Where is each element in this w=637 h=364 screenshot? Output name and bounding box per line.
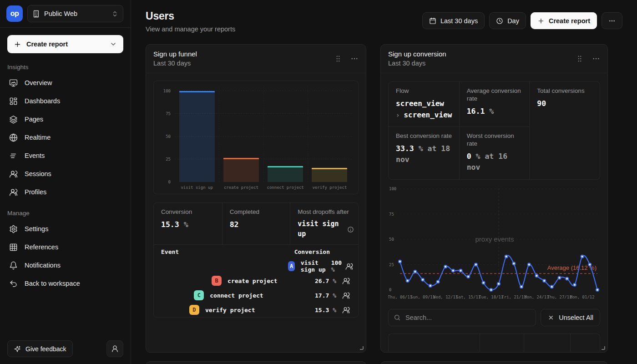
date-range-label: Last 30 days xyxy=(440,17,478,25)
event-row-b[interactable]: Bcreate project26.7 % xyxy=(154,273,358,288)
svg-text:Thu, 27/11: Thu, 27/11 xyxy=(547,295,571,299)
sidebar-item-back-to-workspace[interactable]: Back to workspace xyxy=(7,274,123,293)
card-subtitle: Last 30 days xyxy=(153,60,197,67)
app-logo[interactable]: op xyxy=(6,5,23,22)
stat-best-conversion: Best conversion rate 33.3 % at 18 nov xyxy=(389,126,459,179)
stat-label: Conversion xyxy=(161,208,216,216)
main-content: Users View and manage your reports Last … xyxy=(131,0,637,364)
card-menu-icon[interactable] xyxy=(592,55,600,63)
more-actions-button[interactable] xyxy=(602,12,622,29)
card-title[interactable]: Sign up funnel xyxy=(153,50,197,58)
funnel-bar-1[interactable] xyxy=(179,91,215,182)
sidebar-item-sessions[interactable]: Sessions xyxy=(7,165,123,183)
table-cell xyxy=(524,334,570,352)
conversion-column-header: Conversion xyxy=(294,248,330,255)
stat-label: Flow xyxy=(396,87,453,95)
chevrons-up-down-icon xyxy=(111,10,118,17)
sidebar-item-dashboards[interactable]: Dashboards xyxy=(7,92,123,110)
search-field[interactable] xyxy=(388,309,536,326)
event-name: visit sign up xyxy=(301,259,331,273)
funnel-stats-row: Conversion 15.3 % Completed 82 Most drop… xyxy=(154,203,358,245)
sidebar-item-settings[interactable]: Settings xyxy=(7,220,123,238)
settings-icon xyxy=(9,225,18,233)
info-icon[interactable] xyxy=(347,226,354,233)
card-title[interactable]: Sign up conversion xyxy=(388,50,446,58)
x-category-label: connect project xyxy=(267,185,303,190)
event-row-a[interactable]: Avisit sign up100 % xyxy=(154,259,358,273)
sidebar-item-pages[interactable]: Pages xyxy=(7,110,123,128)
sidebar-item-notifications[interactable]: Notifications xyxy=(7,256,123,274)
event-badge: B xyxy=(212,276,222,286)
plus-icon xyxy=(537,17,545,25)
give-feedback-label: Give feedback xyxy=(25,345,66,353)
sidebar-item-label: Profiles xyxy=(25,188,46,196)
card-resize-handle[interactable] xyxy=(360,346,364,350)
users-cell[interactable] xyxy=(336,292,355,299)
table-cell xyxy=(389,334,480,352)
drag-handle-icon[interactable] xyxy=(576,55,584,63)
sidebar-item-label: Dashboards xyxy=(25,97,60,105)
user-menu-button[interactable] xyxy=(106,340,123,357)
sidebar-section-label: Insights xyxy=(7,64,123,71)
event-name: verify project xyxy=(205,307,255,313)
card-menu-icon[interactable] xyxy=(350,55,359,63)
svg-text:Fri, 21/11: Fri, 21/11 xyxy=(501,295,526,299)
sidebar-create-report-button[interactable]: Create report xyxy=(7,35,123,53)
date-range-button[interactable]: Last 30 days xyxy=(422,12,485,29)
sidebar-item-profiles[interactable]: Profiles xyxy=(7,183,123,201)
workspace-selector[interactable]: Public Web xyxy=(27,5,123,22)
users-cell[interactable] xyxy=(336,277,355,285)
stat-worst-conversion: Worst conversion rate 0 % at 16 nov xyxy=(459,126,530,179)
card-resize-handle[interactable] xyxy=(602,346,605,350)
stat-completed: Completed 82 xyxy=(222,203,290,244)
give-feedback-button[interactable]: Give feedback xyxy=(7,340,73,357)
workspace-name: Public Web xyxy=(44,10,107,17)
unselect-all-button[interactable]: Unselect All xyxy=(541,309,600,326)
interval-button[interactable]: Day xyxy=(489,12,526,29)
sidebar-item-label: Notifications xyxy=(25,262,61,269)
sidebar-item-references[interactable]: References xyxy=(7,238,123,256)
create-report-label: Create report xyxy=(26,40,68,48)
user-icon xyxy=(111,345,119,353)
funnel-bar-4[interactable] xyxy=(312,168,347,182)
stat-label: Completed xyxy=(230,208,284,216)
x-icon xyxy=(547,314,555,321)
svg-text:Mon, 01/12: Mon, 01/12 xyxy=(570,295,595,299)
users-cell[interactable] xyxy=(343,263,355,270)
card-clipped xyxy=(146,361,366,364)
stat-suffix: % at 16 nov xyxy=(467,152,507,172)
plus-icon xyxy=(14,40,21,48)
unselect-all-label: Unselect All xyxy=(559,314,593,321)
references-icon xyxy=(9,243,18,252)
sidebar-item-events[interactable]: Events xyxy=(7,147,123,165)
gridline xyxy=(219,86,219,182)
svg-text:Sun, 09/11: Sun, 09/11 xyxy=(410,295,435,299)
event-row-d[interactable]: Dverify project15.3 % xyxy=(154,303,358,317)
sidebar-item-overview[interactable]: Overview xyxy=(7,74,123,92)
users-cell[interactable] xyxy=(336,306,355,314)
funnel-bar-2[interactable] xyxy=(223,158,259,182)
svg-text:50: 50 xyxy=(389,237,394,242)
page-subtitle: View and manage your reports xyxy=(146,25,235,33)
gridline xyxy=(263,86,264,182)
create-report-button[interactable]: Create report xyxy=(531,12,597,29)
chevron-down-icon[interactable] xyxy=(110,40,117,48)
funnel-bar-3[interactable] xyxy=(268,166,303,182)
event-row-c[interactable]: Cconnect project17.7 % xyxy=(154,288,358,303)
sidebar: op Public Web Create report InsightsOver… xyxy=(0,0,131,364)
sidebar-item-label: Realtime xyxy=(25,134,51,141)
svg-text:Sat, 15/11: Sat, 15/11 xyxy=(456,295,480,299)
sidebar-item-label: References xyxy=(25,243,58,251)
search-input[interactable] xyxy=(405,314,531,321)
sidebar-item-realtime[interactable]: Realtime xyxy=(7,128,123,147)
stat-conversion: Conversion 15.3 % xyxy=(154,203,222,244)
sidebar-nav: InsightsOverviewDashboardsPagesRealtimeE… xyxy=(0,55,131,293)
conversion-line-chart: 0255075100proxy eventsAverage (16.12 %)T… xyxy=(388,184,600,302)
stat-value: 82 xyxy=(230,220,239,229)
stat-unit: % xyxy=(485,107,494,116)
sparkles-icon xyxy=(14,345,21,353)
flow-step-1: screen_view xyxy=(396,98,444,109)
overview-icon xyxy=(9,79,18,87)
card-signup-funnel: Sign up funnel Last 30 days 0255075100vi… xyxy=(146,44,366,353)
drag-handle-icon[interactable] xyxy=(334,55,342,63)
